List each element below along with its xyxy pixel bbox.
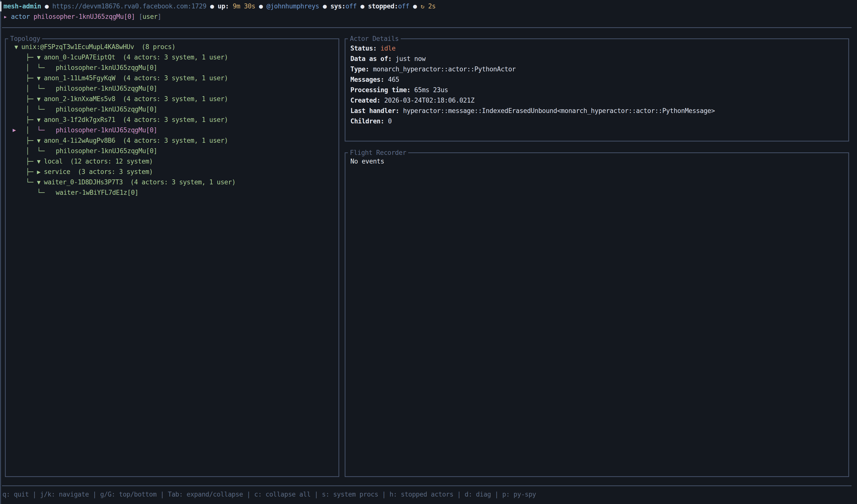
tree-indent	[11, 95, 26, 103]
actor-details-body: Status: idleData as of: just nowType: mo…	[346, 39, 848, 126]
refresh-icon: ↻	[421, 2, 424, 10]
top-separator	[2, 27, 852, 28]
dot-separator-icon: ●	[45, 2, 49, 10]
tree-node-label: waiter_0-1D8DJHs3P7T3	[44, 178, 123, 186]
flight-recorder-panel: Flight Recorder No events	[345, 152, 849, 477]
stopped-toggle-label: stopped:	[368, 2, 398, 10]
refresh-interval: 2s	[428, 2, 435, 10]
tree-connector: └─	[37, 85, 56, 92]
detail-field: Processing time: 65ms 23us	[350, 85, 848, 95]
tree-connector: ├─	[26, 158, 37, 165]
scope-bracket: [	[139, 13, 142, 20]
topology-panel: Topology ▼ unix:@FSPzqT3w1EcuMupL4KA8wHU…	[5, 38, 339, 477]
command-scope: user	[142, 13, 158, 20]
tree-node-meta: (8 procs)	[134, 43, 175, 51]
tree-row[interactable]: ├─ ▼ anon_2-1knXxaMEs5v8 (4 actors: 3 sy…	[11, 94, 338, 104]
tree-indent: │	[11, 85, 37, 92]
expanded-triangle-icon: ▼	[37, 137, 44, 144]
expanded-triangle-icon: ▼	[37, 95, 44, 103]
tree-node-label: anon_1-11Lm45FgyKqW	[44, 74, 115, 82]
tree-node-label: local	[44, 158, 63, 165]
detail-field-label: Last handler:	[350, 107, 399, 115]
detail-field-value: 465	[384, 76, 399, 83]
scrollbar-thumb[interactable]	[0, 1, 1, 12]
expanded-triangle-icon: ▼	[37, 75, 44, 82]
tree-row[interactable]: ├─ ▶ service (3 actors: 3 system)	[11, 167, 338, 177]
sys-toggle-value: off	[346, 2, 357, 10]
username: @johnhumphreys	[267, 2, 319, 10]
flight-recorder-panel-title: Flight Recorder	[348, 149, 408, 156]
tree-connector: └─	[37, 189, 56, 196]
tree-node-meta: (4 actors: 3 system, 1 user)	[115, 137, 228, 144]
detail-field-value: hyperactor::message::IndexedErasedUnboun…	[399, 107, 715, 115]
tree-node-label: philosopher-1knUJ65zqgMu[0]	[56, 147, 157, 155]
detail-field-value: monarch_hyperactor::actor::PythonActor	[369, 65, 516, 73]
detail-field-label: Messages:	[350, 76, 384, 83]
app-title: mesh-admin	[3, 2, 41, 10]
detail-field-label: Data as of:	[350, 55, 392, 63]
tree-row[interactable]: ▶ │ └─ philosopher-1knUJ65zqgMu[0]	[11, 125, 338, 135]
expanded-triangle-icon: ▼	[14, 44, 21, 51]
tree-row[interactable]: ├─ ▼ anon_0-1cuPA7EiptQt (4 actors: 3 sy…	[11, 52, 338, 63]
tree-row[interactable]: │ └─ philosopher-1knUJ65zqgMu[0]	[11, 146, 338, 156]
tree-indent	[11, 178, 26, 186]
actor-details-panel-title: Actor Details	[348, 35, 401, 42]
tree-connector: └─	[37, 64, 56, 71]
tree-node-meta: (4 actors: 3 system, 1 user)	[115, 95, 228, 103]
detail-field-label: Status:	[350, 45, 377, 52]
tree-node-label: philosopher-1knUJ65zqgMu[0]	[56, 126, 157, 134]
tree-connector: ├─	[26, 137, 37, 144]
dot-separator-icon: ●	[413, 2, 417, 10]
tree-row[interactable]: ├─ ▼ local (12 actors: 12 system)	[11, 156, 338, 167]
tree-indent: │	[11, 147, 37, 155]
actor-details-panel: Actor Details Status: idleData as of: ju…	[345, 38, 849, 141]
tree-row[interactable]: └─ waiter-1wBiYFL7dE1z[0]	[11, 187, 338, 198]
detail-field-label: Type:	[350, 65, 369, 73]
detail-field-value: 2026-03-24T02:18:06.021Z	[381, 97, 474, 104]
detail-field-value: 0	[384, 118, 391, 125]
tree-indent	[11, 43, 14, 51]
tree-row[interactable]: └─ ▼ waiter_0-1D8DJHs3P7T3 (4 actors: 3 …	[11, 177, 338, 187]
collapsed-triangle-icon: ▶	[37, 169, 44, 175]
tree-node-meta: (4 actors: 3 system, 1 user)	[115, 53, 228, 61]
detail-field-value: idle	[377, 45, 396, 52]
detail-field-label: Children:	[350, 118, 384, 125]
tree-node-meta: (4 actors: 3 system, 1 user)	[115, 116, 228, 123]
tree-node-label: anon_2-1knXxaMEs5v8	[44, 95, 115, 103]
tree-node-label: anon_4-1i2wAugPv8B6	[44, 137, 115, 144]
tree-connector: └─	[37, 106, 56, 113]
tree-row[interactable]: ▼ unix:@FSPzqT3w1EcuMupL4KA8wHUv (8 proc…	[11, 41, 338, 52]
tree-row[interactable]: │ └─ philosopher-1knUJ65zqgMu[0]	[11, 63, 338, 73]
scope-bracket: ]	[157, 13, 161, 20]
detail-field-value: 65ms 23us	[410, 86, 448, 94]
tree-indent	[11, 137, 26, 144]
dot-separator-icon: ●	[360, 2, 364, 10]
dot-separator-icon: ●	[323, 2, 326, 10]
help-bar: q: quit | j/k: navigate | g/G: top/botto…	[2, 489, 536, 500]
expanded-triangle-icon: ▼	[37, 158, 44, 165]
tree-connector: └─	[37, 147, 56, 155]
tree-row[interactable]: │ └─ philosopher-1knUJ65zqgMu[0]	[11, 104, 338, 115]
tree-indent	[11, 189, 37, 196]
tree-indent: │	[11, 64, 37, 71]
tree-row[interactable]: ├─ ▼ anon_4-1i2wAugPv8B6 (4 actors: 3 sy…	[11, 135, 338, 146]
detail-field: Data as of: just now	[350, 53, 848, 64]
tree-connector: ├─	[26, 53, 37, 61]
selection-cursor-icon: ▶	[13, 125, 16, 135]
server-url: https://devvm18676.rva0.facebook.com:172…	[52, 2, 206, 10]
detail-field-value: just now	[392, 55, 425, 63]
tree-row[interactable]: ├─ ▼ anon_3-1f2dk7gxRs71 (4 actors: 3 sy…	[11, 115, 338, 125]
topology-panel-title: Topology	[8, 35, 42, 42]
command-kind: actor	[11, 13, 33, 20]
stopped-toggle-value: off	[398, 2, 409, 10]
tree-row[interactable]: │ └─ philosopher-1knUJ65zqgMu[0]	[11, 83, 338, 94]
tree-node-label: anon_3-1f2dk7gxRs71	[44, 116, 115, 123]
window-left-edge	[0, 0, 1, 504]
expanded-triangle-icon: ▼	[37, 179, 44, 186]
tree-node-label: anon_0-1cuPA7EiptQt	[44, 53, 115, 61]
tree-node-label: unix:@FSPzqT3w1EcuMupL4KA8wHUv	[21, 43, 134, 51]
detail-field: Messages: 465	[350, 74, 848, 85]
sys-toggle-label: sys:	[330, 2, 346, 10]
tree-connector: ├─	[26, 116, 37, 123]
tree-row[interactable]: ├─ ▼ anon_1-11Lm45FgyKqW (4 actors: 3 sy…	[11, 73, 338, 83]
